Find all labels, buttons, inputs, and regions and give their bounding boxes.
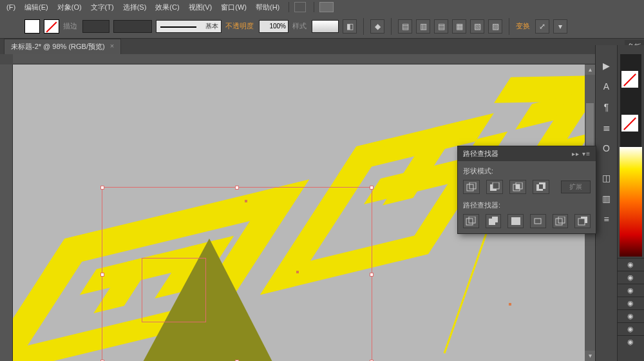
svg-rect-4 bbox=[469, 182, 476, 189]
menu-type[interactable]: 文字(T) bbox=[87, 1, 118, 14]
layer-visibility-toggle[interactable]: ◉ bbox=[617, 297, 644, 309]
layers-list: ◉ ◉ ◉ ◉ ◉ ◉ ◉ bbox=[617, 258, 644, 348]
anchor-point[interactable] bbox=[245, 200, 247, 202]
collapse-icon[interactable]: ▸▸ bbox=[572, 150, 580, 157]
svg-rect-3 bbox=[467, 184, 473, 191]
divide-button[interactable] bbox=[463, 214, 479, 228]
align-panel-icon[interactable]: ≡ bbox=[600, 213, 614, 226]
svg-rect-18 bbox=[535, 219, 541, 224]
align-right-button[interactable]: ▤ bbox=[434, 19, 448, 34]
stroke-swatch[interactable] bbox=[44, 19, 59, 34]
panel-icon-column: ▶ A ¶ ≣ O ◫ ▥ ≡ bbox=[595, 45, 617, 361]
trim-button[interactable] bbox=[486, 214, 502, 228]
pathfinder-panel-icon[interactable]: ◫ bbox=[600, 171, 614, 184]
anchor-point[interactable] bbox=[509, 303, 511, 306]
separator bbox=[363, 18, 364, 35]
svg-rect-12 bbox=[539, 184, 543, 189]
document-tab[interactable]: 未标题-2* @ 98% (RGB/预览) × bbox=[4, 39, 121, 54]
color-ramp[interactable] bbox=[620, 147, 642, 257]
character-panel-icon[interactable]: A bbox=[600, 80, 614, 93]
list-panel-icon[interactable]: ≣ bbox=[600, 121, 614, 134]
play-icon[interactable]: ▶ bbox=[600, 59, 614, 72]
stroke-label: 描边 bbox=[63, 21, 77, 31]
document-setup-button[interactable]: ◧ bbox=[343, 19, 357, 34]
graphic-style-dropdown[interactable] bbox=[312, 20, 339, 33]
separator bbox=[289, 2, 289, 12]
separator bbox=[509, 18, 509, 35]
path-selection[interactable] bbox=[142, 258, 206, 322]
arrange-documents-button[interactable] bbox=[319, 2, 334, 12]
essentials-button[interactable] bbox=[294, 2, 306, 12]
svg-rect-22 bbox=[578, 219, 585, 225]
scroll-up-button[interactable]: ▴ bbox=[585, 64, 595, 75]
align-center-h-button[interactable]: ▥ bbox=[416, 19, 430, 34]
menu-view[interactable]: 视图(V) bbox=[185, 1, 216, 14]
align-center-v-button[interactable]: ▧ bbox=[470, 19, 484, 34]
layer-visibility-toggle[interactable]: ◉ bbox=[617, 322, 644, 335]
pathfinders-label: 路径查找器: bbox=[463, 200, 591, 210]
anchor-point[interactable] bbox=[296, 271, 299, 273]
panel-menu-icon[interactable]: ▾≡ bbox=[582, 150, 591, 157]
menu-select[interactable]: 选择(S) bbox=[119, 1, 151, 14]
merge-button[interactable] bbox=[507, 214, 524, 228]
document-tab-title: 未标题-2* @ 98% (RGB/预览) bbox=[11, 42, 105, 52]
minus-front-button[interactable] bbox=[486, 180, 503, 194]
ruler-vertical[interactable] bbox=[0, 64, 13, 361]
right-dock: ▶ A ¶ ≣ O ◫ ▥ ≡ ◉ ◉ ◉ ◉ ◉ ◉ ◉ bbox=[595, 45, 644, 361]
swatches-panel: ◉ ◉ ◉ ◉ ◉ ◉ ◉ bbox=[617, 45, 644, 361]
brush-definition[interactable]: 基本 bbox=[156, 20, 222, 33]
layer-visibility-toggle[interactable]: ◉ bbox=[617, 284, 644, 297]
menubar: (F) 编辑(E) 对象(O) 文字(T) 选择(S) 效果(C) 视图(V) … bbox=[0, 0, 644, 14]
crop-button[interactable] bbox=[530, 214, 546, 228]
intersect-button[interactable] bbox=[509, 180, 526, 194]
brush-definition-label: 基本 bbox=[205, 22, 218, 31]
svg-rect-19 bbox=[556, 219, 562, 225]
menu-object[interactable]: 对象(O) bbox=[53, 1, 86, 14]
opacity-field[interactable]: 100% bbox=[259, 20, 289, 33]
svg-rect-13 bbox=[466, 219, 473, 225]
no-fill-swatch[interactable] bbox=[621, 71, 638, 88]
isolate-button[interactable]: ⤢ bbox=[535, 19, 549, 34]
unite-button[interactable] bbox=[463, 180, 480, 194]
layer-visibility-toggle[interactable]: ◉ bbox=[617, 258, 644, 271]
shape-modes-label: 形状模式: bbox=[463, 166, 591, 176]
svg-rect-9 bbox=[516, 184, 520, 189]
separator bbox=[391, 18, 392, 35]
registration-swatch[interactable] bbox=[621, 115, 638, 132]
control-bar: 描边 基本 不透明度 100% 样式 ◧ ◆ ▤ ▥ ▤ ▦ ▧ ▨ 变换 ⤢ … bbox=[0, 14, 644, 39]
expand-button[interactable]: 扩展 bbox=[561, 180, 591, 193]
opacity-label: 不透明度 bbox=[225, 21, 254, 31]
exclude-button[interactable] bbox=[533, 180, 549, 194]
pathfinder-panel-title: 路径查找器 bbox=[463, 149, 498, 159]
menu-file[interactable]: (F) bbox=[3, 1, 19, 13]
transform-panel-icon[interactable]: ▥ bbox=[600, 192, 614, 205]
outline-button[interactable] bbox=[553, 214, 569, 228]
menu-help[interactable]: 帮助(H) bbox=[252, 1, 283, 14]
layer-visibility-toggle[interactable]: ◉ bbox=[617, 309, 644, 322]
menu-effect[interactable]: 效果(C) bbox=[151, 1, 183, 14]
transform-each-button[interactable]: ▾ bbox=[553, 19, 567, 34]
pathfinder-panel[interactable]: 路径查找器 ▸▸ ▾≡ 形状模式: 扩展 路径查找器: bbox=[457, 146, 596, 234]
menu-window[interactable]: 窗口(W) bbox=[217, 1, 251, 14]
pathfinder-panel-tab[interactable]: 路径查找器 ▸▸ ▾≡ bbox=[458, 146, 596, 161]
align-left-button[interactable]: ▤ bbox=[398, 19, 412, 34]
recolor-artwork-button[interactable]: ◆ bbox=[370, 19, 384, 34]
paragraph-panel-icon[interactable]: ¶ bbox=[600, 101, 614, 113]
svg-rect-17 bbox=[511, 217, 520, 225]
variable-width-profile[interactable] bbox=[113, 20, 152, 33]
transform-label: 变换 bbox=[516, 21, 530, 31]
document-tabbar: 未标题-2* @ 98% (RGB/预览) × bbox=[0, 39, 644, 54]
opentype-panel-icon[interactable]: O bbox=[600, 142, 614, 155]
minus-back-button[interactable] bbox=[574, 214, 591, 228]
layer-visibility-toggle[interactable]: ◉ bbox=[617, 271, 644, 284]
align-top-button[interactable]: ▦ bbox=[452, 19, 466, 34]
svg-rect-14 bbox=[469, 217, 475, 223]
align-bottom-button[interactable]: ▨ bbox=[488, 19, 502, 34]
menu-edit[interactable]: 编辑(E) bbox=[21, 1, 52, 14]
close-tab-button[interactable]: × bbox=[110, 42, 114, 52]
fill-swatch[interactable] bbox=[24, 19, 40, 34]
scroll-down-button[interactable]: ▾ bbox=[585, 351, 595, 361]
layer-visibility-toggle[interactable]: ◉ bbox=[617, 335, 644, 348]
ruler-horizontal[interactable] bbox=[13, 54, 595, 64]
stroke-weight-field[interactable] bbox=[82, 20, 109, 33]
